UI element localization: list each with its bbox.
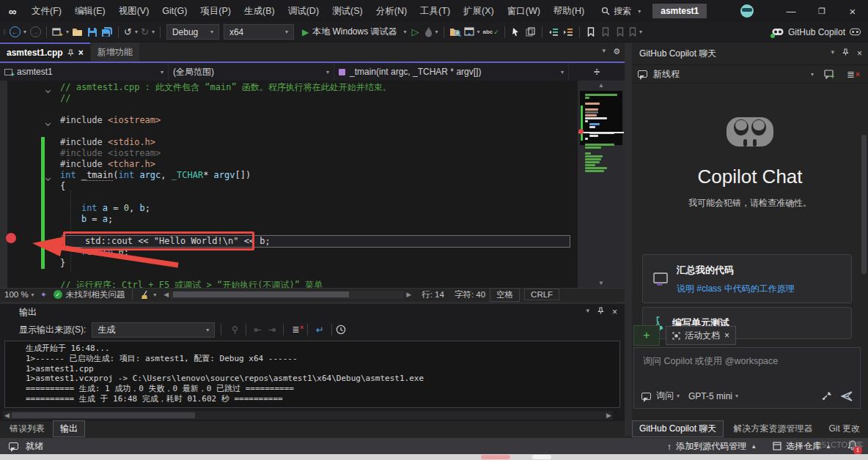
mode-dropdown[interactable]: 询问▾ — [656, 390, 680, 402]
solution-configuration-dropdown[interactable]: Debug▾ — [166, 24, 219, 40]
toolbar-grip[interactable]: ⁞⁞ — [3, 29, 5, 36]
new-project-button[interactable]: + ▾ — [51, 24, 70, 40]
clear-chat-icon[interactable]: ≣× — [846, 69, 861, 80]
start-without-debugging-button[interactable]: ▷ — [408, 24, 423, 40]
menubar-item-6[interactable]: 调试(D) — [282, 0, 326, 22]
navigate-forward-button[interactable]: → — [28, 24, 43, 40]
solution-explorer-home-button[interactable]: ▾ — [463, 24, 482, 40]
close-button[interactable]: × — [837, 0, 868, 22]
minimize-button[interactable]: — — [776, 0, 806, 22]
zoom-dropdown[interactable]: 100 %▾ — [0, 290, 37, 299]
toggle-bookmark-button[interactable] — [584, 24, 598, 40]
increase-indent-button[interactable] — [561, 24, 575, 40]
bottom-tab-0[interactable]: 错误列表 — [3, 421, 51, 437]
word-wrap-icon[interactable]: ↵ — [312, 324, 328, 335]
active-document-chip[interactable]: 活动文档 × — [666, 326, 736, 345]
pin-icon[interactable] — [597, 307, 604, 314]
select-element-button[interactable] — [509, 24, 523, 40]
code-line[interactable]: // asmtest1.cpp : 此文件包含 “main” 函数。程序执行将在… — [0, 82, 572, 93]
line-ending-indicator[interactable]: CRLF — [524, 289, 559, 300]
tab-whats-new[interactable]: 新增功能 — [91, 42, 139, 62]
chip-remove-icon[interactable]: × — [724, 330, 729, 341]
spell-check-button[interactable]: abc✓ — [482, 24, 501, 40]
output-horizontal-scrollbar[interactable]: ◀ ▶ — [3, 411, 613, 420]
scroll-up-icon[interactable]: ▲ — [578, 82, 625, 89]
account-avatar[interactable] — [740, 4, 754, 18]
search-control[interactable]: 搜索 ▾ — [601, 5, 641, 18]
code-line[interactable]: b = a; — [0, 214, 572, 225]
code-line[interactable]: } — [0, 258, 572, 269]
undo-button[interactable]: ↺▾ — [122, 24, 139, 40]
copy-parent-button[interactable] — [523, 24, 538, 40]
code-cleanup-button[interactable]: ▾ — [140, 290, 156, 300]
editor-horizontal-scrollbar[interactable] — [171, 291, 404, 299]
menubar-item-5[interactable]: 生成(B) — [238, 0, 282, 22]
health-status[interactable]: 未找到相关问题 — [66, 289, 125, 300]
output-text[interactable]: 生成开始于 16:48...1>------ 已启动生成: 项目: asmtes… — [4, 341, 620, 408]
code-line[interactable]: #include <iostream> — [0, 148, 572, 159]
send-icon[interactable] — [841, 391, 853, 401]
tab-close-icon[interactable]: × — [78, 48, 84, 58]
code-line[interactable]: int _tmain(int argc, _TCHAR* argv[]) — [0, 170, 572, 181]
open-file-button[interactable] — [70, 24, 85, 40]
solution-platform-dropdown[interactable]: x64▾ — [224, 24, 294, 40]
code-line[interactable] — [0, 126, 572, 137]
hot-reload-button[interactable]: ▾ — [423, 24, 440, 40]
panel-tab-2[interactable]: Git 更改 — [822, 421, 867, 437]
redo-button[interactable]: ↻▾ — [139, 24, 156, 40]
bottom-tab-1[interactable]: 输出 — [53, 420, 85, 437]
vertical-splitter[interactable] — [625, 42, 632, 436]
pin-icon[interactable] — [842, 48, 849, 56]
editor-settings-gear-icon[interactable]: ⚙ — [613, 47, 620, 56]
panel-tab-1[interactable]: 解决方案资源管理器 — [727, 421, 819, 437]
code-line[interactable]: { — [0, 181, 572, 192]
panel-tab-0[interactable]: GitHub Copilot 聊天 — [632, 420, 724, 437]
new-thread-icon[interactable]: + — [823, 70, 836, 79]
member-dropdown[interactable]: _tmain(int argc, _TCHAR * argv[])▾ — [334, 63, 569, 81]
split-editor-handle[interactable]: ÷ — [569, 63, 625, 81]
save-all-button[interactable] — [100, 24, 114, 40]
menubar-item-2[interactable]: 视图(V) — [112, 0, 156, 22]
hscroll-left-icon[interactable]: ◀ — [163, 291, 169, 298]
hscroll-right-icon[interactable]: ▶ — [406, 291, 411, 298]
menubar-item-7[interactable]: 测试(S) — [326, 0, 369, 22]
start-debugging-button[interactable]: ▶ 本地 Windows 调试器▾ — [301, 24, 408, 40]
previous-bookmark-button[interactable] — [598, 24, 613, 40]
card-subtitle[interactable]: 说明 #class 中代码的工作原理 — [677, 283, 795, 295]
thread-selector[interactable]: 新线程 ▾ + ≣× — [632, 64, 868, 84]
add-to-source-control-button[interactable]: ↑ 添加到源代码管理 ▲ — [667, 440, 757, 453]
code-line[interactable] — [0, 269, 572, 280]
hscroll-right-icon[interactable]: ▶ — [606, 412, 611, 419]
code-line[interactable]: #include <stdio.h> — [0, 137, 572, 148]
copilot-card-0[interactable]: ∞汇总我的代码说明 #class 中代码的工作原理 — [642, 254, 852, 303]
navigate-back-button[interactable]: ←▾ — [8, 24, 28, 40]
spaces-indicator[interactable]: 空格 — [490, 288, 520, 302]
model-dropdown[interactable]: GPT-5 mini▾ — [688, 391, 738, 401]
code-area[interactable]: // asmtest1.cpp : 此文件包含 “main” 函数。程序执行将在… — [0, 81, 625, 288]
menubar-item-10[interactable]: 扩展(X) — [457, 0, 501, 22]
project-dropdown[interactable]: asmtest1▾ — [0, 63, 169, 81]
panel-close-icon[interactable]: × — [612, 307, 617, 317]
code-line[interactable] — [0, 192, 572, 203]
tab-asmtest1-cpp[interactable]: asmtest1.cpp × — [0, 42, 90, 62]
code-line[interactable] — [0, 104, 572, 115]
panel-scrollbar-thumb[interactable] — [861, 135, 867, 274]
breakpoint-dot[interactable] — [6, 233, 16, 243]
hscroll-left-icon[interactable]: ◀ — [4, 412, 10, 419]
panel-menu-chevron-icon[interactable]: ▾ — [586, 307, 589, 317]
scope-dropdown[interactable]: (全局范围)▾ — [169, 63, 334, 81]
menubar-item-0[interactable]: 文件(F) — [25, 0, 68, 22]
menubar-item-9[interactable]: 工具(T) — [413, 0, 457, 22]
code-line[interactable]: int a = 0, b; — [0, 203, 572, 214]
output-source-dropdown[interactable]: 生成▾ — [92, 322, 215, 338]
clear-bookmarks-button[interactable]: ▾ — [628, 24, 644, 40]
panel-close-icon[interactable]: × — [857, 48, 862, 59]
tools-icon[interactable] — [822, 391, 832, 401]
code-line[interactable]: // — [0, 93, 572, 104]
clock-icon[interactable] — [336, 324, 346, 335]
code-line[interactable]: // 运行程序: Ctrl + F5 或调试 > “开始执行(不调试)” 菜单 — [0, 280, 572, 288]
find-in-files-button[interactable] — [448, 24, 463, 40]
save-button[interactable] — [85, 24, 100, 40]
menubar-item-4[interactable]: 项目(P) — [194, 0, 238, 22]
menubar-item-11[interactable]: 窗口(W) — [501, 0, 547, 22]
